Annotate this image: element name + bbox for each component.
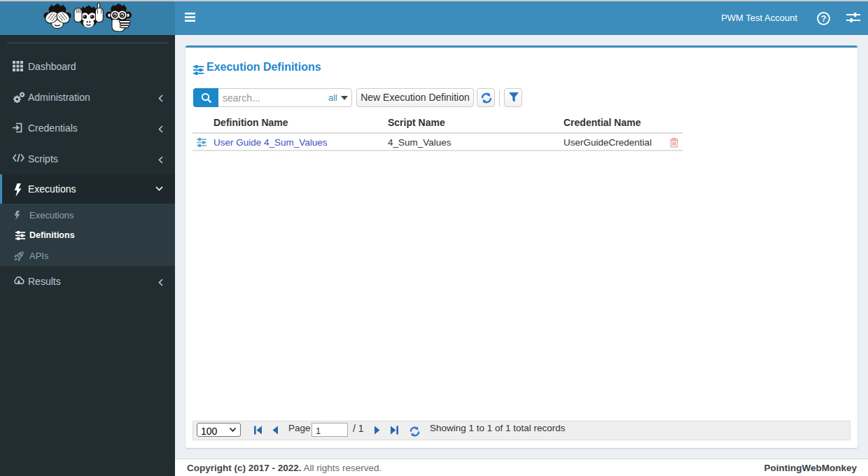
- svg-text:?: ?: [821, 14, 827, 24]
